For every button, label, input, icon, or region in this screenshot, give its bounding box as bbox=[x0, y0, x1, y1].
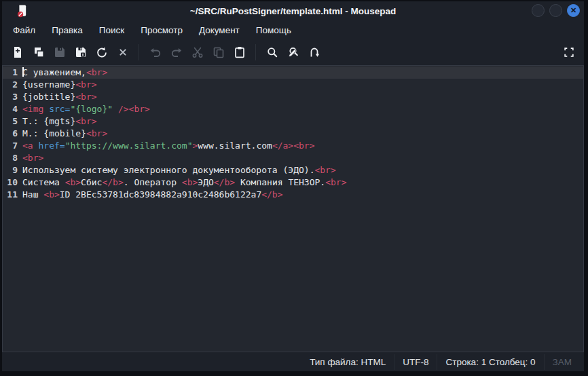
goto-line-icon bbox=[308, 45, 321, 59]
code-line[interactable]: 5Т.: {mgts}<br> bbox=[3, 115, 583, 128]
menu-edit[interactable]: Правка bbox=[45, 22, 90, 38]
window-controls: ✕ bbox=[532, 4, 580, 17]
code-text: <br> bbox=[18, 152, 43, 164]
toolbar-find-replace[interactable] bbox=[284, 43, 303, 62]
toolbar-reload[interactable] bbox=[92, 43, 111, 62]
overwrite-mode-status[interactable]: ЗАМ bbox=[544, 354, 580, 370]
code-text: Система <b>Сбис</b>. Оператор <b>ЭДО</b>… bbox=[18, 176, 346, 189]
code-text: Т.: {mgts}<br> bbox=[18, 115, 97, 128]
line-number: 1 bbox=[3, 67, 18, 79]
search-replace-icon bbox=[287, 45, 300, 59]
code-line[interactable]: 1С уважением,<br> bbox=[3, 67, 583, 79]
encoding-status[interactable]: UTF-8 bbox=[394, 354, 437, 370]
code-line[interactable]: 4<img src="{logo}" /><br> bbox=[3, 103, 583, 115]
toolbar-goto[interactable] bbox=[305, 43, 324, 62]
window-frame: ~/SRC/RuPostSigner/template.html - Mouse… bbox=[2, 1, 584, 371]
open-document-icon bbox=[32, 45, 45, 59]
save-as-icon bbox=[74, 45, 88, 59]
line-number: 10 bbox=[3, 176, 18, 189]
code-text: Наш <b>ID 2BEc53781dc83984882a910c2486b6… bbox=[18, 189, 283, 201]
toolbar-open[interactable] bbox=[29, 43, 48, 62]
paste-icon bbox=[233, 45, 246, 59]
line-number: 7 bbox=[3, 140, 18, 152]
search-icon bbox=[265, 45, 279, 59]
toolbar-find[interactable] bbox=[263, 43, 282, 62]
mousepad-icon bbox=[17, 4, 29, 18]
code-text: {jobtitle}<br> bbox=[18, 91, 97, 103]
statusbar: Тип файла: HTML UTF-8 Строка: 1 Столбец:… bbox=[2, 352, 584, 371]
line-number: 9 bbox=[3, 164, 18, 176]
maximize-button[interactable] bbox=[549, 4, 562, 17]
code-line[interactable]: 2{username}<br> bbox=[3, 79, 583, 91]
code-line[interactable]: 9Используем систему электронного докумен… bbox=[3, 164, 583, 176]
menu-document[interactable]: Документ bbox=[192, 22, 246, 38]
menubar: Файл Правка Поиск Просмотр Документ Помо… bbox=[2, 20, 584, 39]
toolbar-save[interactable] bbox=[50, 43, 69, 62]
mousepad-window: ~/SRC/RuPostSigner/template.html - Mouse… bbox=[0, 0, 588, 376]
code-line[interactable]: 6М.: {mobile}<br> bbox=[3, 128, 583, 140]
menu-view[interactable]: Просмотр bbox=[134, 22, 189, 38]
minimize-button[interactable] bbox=[532, 4, 545, 17]
fullscreen-icon bbox=[563, 46, 575, 58]
text-editor[interactable]: 1С уважением,<br>2{username}<br>3{jobtit… bbox=[2, 65, 584, 352]
undo-icon bbox=[149, 45, 162, 59]
line-number: 5 bbox=[3, 115, 18, 128]
code-line[interactable]: 10Система <b>Сбис</b>. Оператор <b>ЭДО</… bbox=[3, 176, 583, 189]
toolbar-new[interactable] bbox=[8, 43, 27, 62]
code-line[interactable]: 3{jobtitle}<br> bbox=[3, 91, 583, 103]
toolbar-close[interactable] bbox=[113, 43, 132, 62]
code-text: Используем систему электронного документ… bbox=[18, 164, 336, 176]
code-line[interactable]: 11Наш <b>ID 2BEc53781dc83984882a910c2486… bbox=[3, 189, 583, 201]
toolbar-separator bbox=[139, 44, 139, 60]
line-number: 2 bbox=[3, 79, 18, 91]
toolbar-fullscreen[interactable] bbox=[559, 43, 578, 62]
menu-file[interactable]: Файл bbox=[6, 22, 42, 38]
reload-icon bbox=[95, 45, 109, 59]
toolbar-separator bbox=[255, 44, 256, 60]
save-icon bbox=[53, 45, 67, 59]
code-text: <a href="https://www.silart.com">www.sil… bbox=[18, 140, 315, 152]
menu-help[interactable]: Помощь bbox=[249, 22, 298, 38]
close-document-icon bbox=[116, 45, 130, 59]
cursor-position-status[interactable]: Строка: 1 Столбец: 0 bbox=[437, 354, 543, 370]
line-number: 6 bbox=[3, 128, 18, 140]
window-title: ~/SRC/RuPostSigner/template.html - Mouse… bbox=[2, 6, 584, 16]
toolbar-copy[interactable] bbox=[209, 43, 228, 62]
toolbar bbox=[2, 39, 584, 65]
close-button[interactable]: ✕ bbox=[567, 4, 580, 17]
code-text: {username}<br> bbox=[18, 79, 97, 91]
code-line[interactable]: 8<br> bbox=[3, 152, 583, 164]
line-number: 4 bbox=[3, 103, 18, 115]
code-area: 1С уважением,<br>2{username}<br>3{jobtit… bbox=[3, 67, 583, 201]
titlebar: ~/SRC/RuPostSigner/template.html - Mouse… bbox=[2, 1, 584, 20]
menu-search[interactable]: Поиск bbox=[92, 22, 131, 38]
toolbar-save-as[interactable] bbox=[71, 43, 90, 62]
toolbar-cut[interactable] bbox=[188, 43, 207, 62]
code-text: <img src="{logo}" /><br> bbox=[18, 103, 150, 115]
line-number: 3 bbox=[3, 91, 18, 103]
line-number: 11 bbox=[3, 189, 18, 201]
code-text: М.: {mobile}<br> bbox=[18, 128, 107, 140]
toolbar-redo[interactable] bbox=[167, 43, 186, 62]
toolbar-paste[interactable] bbox=[230, 43, 249, 62]
toolbar-undo[interactable] bbox=[146, 43, 165, 62]
code-line[interactable]: 7<a href="https://www.silart.com">www.si… bbox=[3, 140, 583, 152]
redo-icon bbox=[170, 45, 183, 59]
new-document-icon bbox=[11, 45, 24, 59]
code-text: С уважением,<br> bbox=[18, 67, 107, 79]
cut-icon bbox=[191, 45, 204, 59]
line-number: 8 bbox=[3, 152, 18, 164]
filetype-status[interactable]: Тип файла: HTML bbox=[301, 354, 394, 370]
copy-icon bbox=[212, 45, 225, 59]
